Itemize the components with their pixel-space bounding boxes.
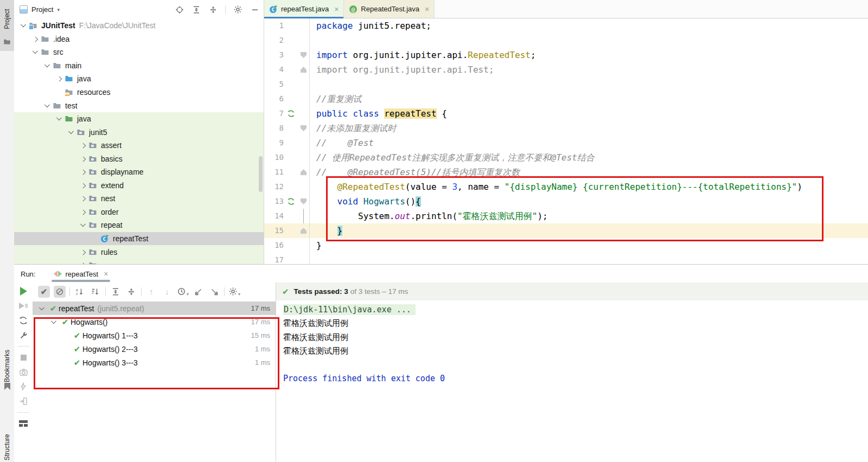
tool-window-tab-bookmarks[interactable]: Bookmarks [0,346,14,396]
no-circle-icon[interactable] [54,286,66,298]
chevron-right-icon[interactable] [79,194,88,203]
chevron-right-icon[interactable] [79,168,88,176]
close-icon[interactable]: × [334,5,339,14]
fold-marker-down-icon[interactable] [298,194,310,209]
tree-item[interactable] [14,259,264,264]
chevron-down-icon[interactable]: ▾ [57,7,60,12]
code-line-1[interactable]: 1package junit5.repeat; [264,18,868,33]
code-line-15[interactable]: 15 } [264,223,868,238]
collapse-all-icon[interactable] [208,5,218,14]
code-line-13[interactable]: 13 void Hogwarts(){ [264,194,868,209]
tree-item-.idea[interactable]: .idea [14,33,264,46]
locate-icon[interactable] [175,5,184,14]
chevron-down-icon[interactable] [67,128,76,137]
tree-item-test[interactable]: test [14,99,264,112]
run-test-icon[interactable] [284,110,298,118]
chevron-right-icon[interactable] [55,74,65,83]
chevron-down-icon[interactable] [20,21,29,30]
check-icon[interactable]: ✔ [38,286,50,298]
tree-item-resources[interactable]: resources [14,86,264,99]
code-area[interactable]: 1package junit5.repeat;23import org.juni… [264,18,868,264]
test-result-row[interactable]: ✔Hogwarts() 2---31 ms [33,342,276,356]
import-icon[interactable] [193,286,205,298]
tree-item-order[interactable]: order [14,206,264,219]
fold-marker-down-icon[interactable] [298,121,310,136]
chevron-down-icon[interactable] [50,318,60,326]
code-line-9[interactable]: 9// @Test [264,136,868,150]
code-line-7[interactable]: 7public class repeatTest { [264,106,868,121]
export-icon[interactable] [208,286,220,298]
tree-item-displayname[interactable]: displayname [14,165,264,179]
test-result-row[interactable]: ✔repeatTest(junit5.repeat)17 ms [33,301,276,315]
stop-icon[interactable] [18,352,28,362]
test-result-row[interactable]: ✔Hogwarts()17 ms [33,315,276,329]
tool-window-tab-project[interactable]: Project [0,0,14,51]
tree-item-src[interactable]: src [14,46,264,59]
play-icon[interactable] [18,286,28,296]
chevron-down-icon[interactable] [43,61,53,70]
console-output[interactable]: D:\jdk-11\bin\java.exe ...霍格沃兹测试用例霍格沃兹测试… [276,300,868,386]
code-line-2[interactable]: 2 [264,33,868,48]
chevron-right-icon[interactable] [79,155,88,163]
test-result-row[interactable]: ✔Hogwarts() 3---31 ms [33,356,276,369]
tree-item-repeattest[interactable]: CrepeatTest [14,232,264,246]
tree-item-junit5[interactable]: junit5 [14,125,264,139]
code-line-4[interactable]: 4import org.junit.jupiter.api.Test; [264,62,868,77]
close-icon[interactable]: × [104,270,108,278]
camera-icon[interactable] [18,367,28,377]
chevron-right-icon[interactable] [79,248,88,256]
code-line-14[interactable]: 14 System.out.println("霍格沃兹测试用例"); [264,209,868,223]
history-icon[interactable]: ▾ [177,286,189,298]
project-tree-scrollbar[interactable] [259,156,263,192]
chevron-down-icon[interactable] [38,304,48,313]
chevron-right-icon[interactable] [79,141,88,150]
tree-item-junittest[interactable]: JUnitTestF:\JavaCode\JUnitTest [14,19,264,33]
tree-item-assert[interactable]: assert [14,139,264,152]
collapse-all-icon[interactable] [125,286,137,298]
layout-icon[interactable] [18,419,28,428]
code-line-10[interactable]: 10// 使用RepeatedTest注解实现多次重复测试，注意不要和@Test… [264,150,868,165]
code-line-8[interactable]: 8//未添加重复测试时 [264,121,868,136]
settings-icon[interactable]: ▾ [228,286,240,298]
chevron-down-icon[interactable] [31,48,41,56]
run-tab-repeattest[interactable]: repeatTest × [50,265,111,283]
tree-item-basics[interactable]: basics [14,152,264,165]
rerun-failed-icon[interactable]: 9 [18,301,28,311]
settings-icon[interactable] [233,5,242,14]
hide-icon[interactable] [250,5,259,14]
tree-item-main[interactable]: main [14,59,264,73]
tree-item-nest[interactable]: nest [14,192,264,206]
test-result-row[interactable]: ✔Hogwarts() 1---315 ms [33,329,276,342]
chevron-right-icon[interactable] [79,208,88,216]
auto-test-icon[interactable] [18,316,28,325]
fold-marker-up-icon[interactable] [298,62,310,77]
fold-marker-up-icon[interactable] [298,223,310,238]
code-line-5[interactable]: 5 [264,77,868,92]
run-test-icon[interactable] [284,197,298,206]
fold-marker-up-icon[interactable] [298,165,310,179]
chevron-down-icon[interactable] [43,101,53,110]
up-icon[interactable]: ↑ [145,286,157,298]
code-line-11[interactable]: 11// @RepeatedTest(5)//括号内填写重复次数 [264,165,868,179]
code-line-3[interactable]: 3import org.junit.jupiter.api.RepeatedTe… [264,48,868,62]
chevron-right-icon[interactable] [79,181,88,190]
editor-tab-repeattest-java[interactable]: CrepeatTest.java× [264,0,344,18]
chevron-down-icon[interactable] [55,114,65,123]
tool-window-tab-structure[interactable]: Structure [0,424,14,462]
wrench-icon[interactable] [18,330,28,340]
tree-item-java[interactable]: java [14,112,264,126]
chevron-down-icon[interactable] [79,221,88,229]
tree-item-repeat[interactable]: repeat [14,219,264,232]
expand-all-icon[interactable] [192,5,201,14]
chevron-right-icon[interactable] [31,35,41,43]
tree-item-rules[interactable]: rules [14,245,264,259]
expand-all-icon[interactable] [110,286,122,298]
code-line-16[interactable]: 16} [264,238,868,253]
down-icon[interactable]: ↓ [161,286,173,298]
code-line-12[interactable]: 12 @RepeatedTest(value = 3, name = "{dis… [264,179,868,194]
close-icon[interactable]: × [425,5,429,14]
tree-item-java[interactable]: java [14,72,264,86]
sort-duration-icon[interactable] [90,286,101,298]
editor-tab-repeatedtest-java[interactable]: @RepeatedTest.java× [344,0,435,18]
coverage-icon[interactable] [18,382,28,392]
